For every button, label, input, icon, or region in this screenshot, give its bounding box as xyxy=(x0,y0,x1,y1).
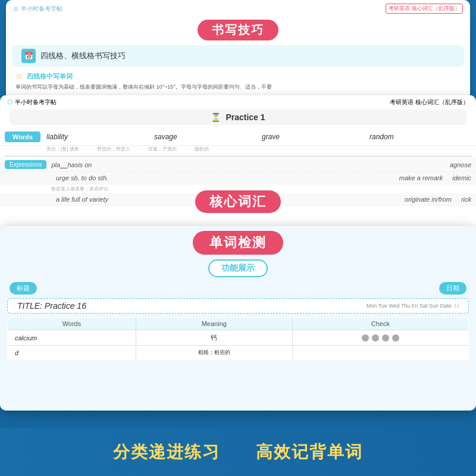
word3: grave xyxy=(262,133,364,141)
dot-1 xyxy=(362,334,369,342)
func-badge: 功能展示 xyxy=(208,259,268,277)
meaning1: 责任；[复] 债务 xyxy=(46,146,79,152)
title-bubble: 标题 xyxy=(10,282,37,295)
table-row-1: calcium 钙 xyxy=(8,330,469,346)
hourglass-icon: ⏳ xyxy=(211,112,221,122)
writing-title: 书写技巧 xyxy=(198,20,278,40)
words-row: Words liability savage grave random xyxy=(0,129,476,146)
expr-text-1: pla__hasis on xyxy=(51,161,444,168)
col-meaning-header: Meaning xyxy=(136,318,292,330)
expr-text-5: originate in/from xyxy=(405,196,452,203)
vocab-logo: ◎ 半小时备考字帖 xyxy=(7,98,57,107)
func-badge-row: 功能展示 xyxy=(0,259,476,277)
writing-exam-label: 考研英语 核心词汇（乱序版） xyxy=(386,4,463,14)
meaning4: 随机的 xyxy=(195,146,209,152)
idemic-text: idemic xyxy=(452,174,471,181)
bottom-banner: 分类递进练习 高效记背单词 xyxy=(0,428,476,476)
label-row: 标题 日期 xyxy=(0,280,476,297)
row1-check xyxy=(292,330,468,346)
row2-meaning: 粗糙；粗劣的 xyxy=(136,346,292,360)
word1: liability xyxy=(46,133,148,141)
practice-title-line: TITLE: Practice 16 Mon Tue Wed Thu Fri S… xyxy=(7,298,469,314)
row1-meaning: 钙 xyxy=(136,330,292,346)
date-row: Mon Tue Wed Thu Fri Sat Sun Date: / / xyxy=(367,303,459,309)
vocab-logo-text: 半小时备考字帖 xyxy=(15,99,57,105)
meaning2: 野蛮的；野蛮人 xyxy=(97,146,130,152)
expr-text-3: make a remark xyxy=(399,174,443,181)
test-header: 单词检测 xyxy=(0,226,476,257)
word4: random xyxy=(369,133,471,141)
dot-4 xyxy=(392,334,399,342)
agnose-text: agnose xyxy=(450,161,471,168)
dot-3 xyxy=(382,334,389,342)
banner-text-2: 高效记背单词 xyxy=(256,441,363,464)
vocab-logo-icon: ◎ xyxy=(7,99,13,105)
col-words-header: Words xyxy=(8,318,136,330)
card-test: 单词检测 功能展示 标题 日期 TITLE: Practice 16 Mon T… xyxy=(0,226,476,411)
writing-section1-text: 单词的书写以字母为基础，线条要圆润饱满，整体向右倾斜 10°~15°。字母与字母… xyxy=(15,83,461,92)
vocab-title-overlay: 核心词汇 xyxy=(195,190,281,213)
writing-logo-text: 半小时备考字帖 xyxy=(21,5,62,13)
dot-2 xyxy=(372,334,379,342)
writing-line-1 xyxy=(5,156,471,156)
writing-subtitle: 四线格、横线格书写技巧 xyxy=(40,51,126,61)
writing-section1-title: 四线格中写单词 xyxy=(27,72,73,81)
rick-text: rick xyxy=(461,196,471,203)
practice-bar: ⏳ Practice 1 xyxy=(10,109,466,125)
col-check-header: Check xyxy=(292,318,468,330)
banner-text-1: 分类递进练习 xyxy=(113,441,220,464)
row1-word: calcium xyxy=(8,330,136,346)
word2: savage xyxy=(154,133,256,141)
practice-title-text: TITLE: Practice 16 xyxy=(17,301,86,311)
table-row-2: d 粗糙；粗劣的 xyxy=(8,346,469,360)
writing-section1-title-row: ☆ 四线格中写单词 xyxy=(15,71,461,81)
writing-title-badge: 书写技巧 xyxy=(6,20,470,40)
row2-check xyxy=(292,346,468,360)
expr-text-2: urge sb. to do sth. xyxy=(56,174,394,181)
expr-row-1: Expressions pla__hasis on agnose xyxy=(0,158,476,172)
writing-subtitle-bar: 📅 四线格、横线格书写技巧 xyxy=(12,45,464,67)
writing-logo: ◎ 半小时备考字帖 xyxy=(13,5,62,13)
test-table: Words Meaning Check calcium 钙 xyxy=(7,317,469,360)
writing-header: ◎ 半小时备考字帖 考研英语 核心词汇（乱序版） xyxy=(6,0,470,17)
expr2-meaning: 敦促某人做某事；发表评论 xyxy=(51,186,108,192)
logo-icon: ◎ xyxy=(13,5,18,12)
expr-row-2: urge sb. to do sth. make a remark idemic xyxy=(0,172,476,184)
meanings-row: 责任；[复] 债务 野蛮的；野蛮人 坟墓；严肃的 随机的 xyxy=(0,146,476,155)
calendar-icon: 📅 xyxy=(21,49,36,63)
test-title-badge: 单词检测 xyxy=(193,231,283,255)
vocab-title-badge: 核心词汇 xyxy=(195,190,281,213)
date-row-text: Mon Tue Wed Thu Fri Sat Sun Date: / / xyxy=(367,303,459,309)
row2-word: d xyxy=(8,346,136,360)
main-container: ◎ 半小时备考字帖 考研英语 核心词汇（乱序版） 书写技巧 📅 四线格、横线格书… xyxy=(0,0,476,476)
meaning3: 坟墓；严肃的 xyxy=(148,146,177,152)
practice-label: Practice 1 xyxy=(226,112,265,122)
date-bubble: 日期 xyxy=(439,282,466,295)
vocab-header: ◎ 半小时备考字帖 考研英语 核心词汇（乱序版） xyxy=(0,95,476,109)
vocab-exam-label: 考研英语 核心词汇（乱序版） xyxy=(390,98,469,107)
words-badge: Words xyxy=(5,131,40,142)
expr-badge: Expressions xyxy=(5,160,46,169)
dots-row-1 xyxy=(298,334,464,342)
star-icon-1: ☆ xyxy=(15,71,23,81)
